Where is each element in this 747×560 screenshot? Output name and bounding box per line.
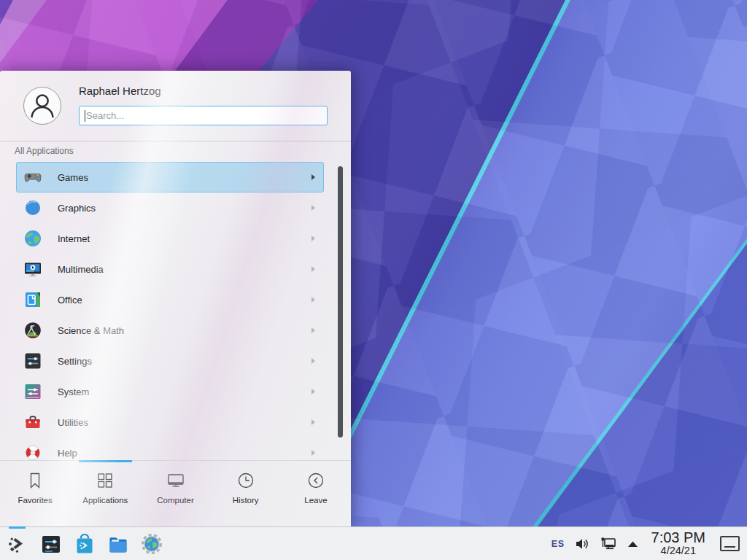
expand-tray-icon[interactable]	[627, 540, 639, 548]
category-row-internet[interactable]: Internet	[16, 223, 324, 254]
tab-history[interactable]: History	[211, 461, 281, 526]
taskbar-launchers	[0, 532, 163, 555]
clock-date: 4/24/21	[651, 545, 705, 557]
history-clock-icon	[236, 470, 256, 491]
lifebuoy-icon	[23, 443, 42, 460]
submenu-arrow-icon	[311, 297, 315, 303]
keyboard-layout-indicator[interactable]: ES	[551, 539, 565, 549]
tab-computer[interactable]: Computer	[140, 461, 210, 526]
digital-clock[interactable]: 7:03 PM 4/24/21	[651, 530, 705, 557]
flask-icon	[23, 321, 42, 340]
category-row-system[interactable]: System	[16, 376, 324, 407]
sliders-icon	[23, 351, 42, 370]
category-row-science-math[interactable]: Science & Math	[16, 315, 324, 346]
web-browser-globe-icon[interactable]	[140, 532, 163, 555]
tab-favorites[interactable]: Favorites	[0, 461, 70, 526]
category-label: Graphics	[58, 203, 311, 214]
leave-icon	[306, 470, 326, 491]
section-label: All Applications	[15, 146, 74, 156]
search-input[interactable]	[80, 106, 327, 125]
clock-time: 7:03 PM	[651, 530, 705, 546]
tab-leave[interactable]: Leave	[281, 461, 351, 526]
category-row-graphics[interactable]: Graphics	[16, 192, 324, 223]
category-label: Science & Math	[58, 325, 311, 336]
system-sliders-icon	[23, 382, 42, 401]
category-label: Internet	[58, 233, 311, 244]
application-launcher-button kickoff-icon[interactable]	[6, 532, 28, 555]
toolbox-icon	[23, 413, 42, 432]
document-icon	[23, 290, 42, 309]
submenu-arrow-icon	[311, 358, 315, 364]
scrollbar-thumb[interactable]	[338, 166, 343, 438]
tab-applications[interactable]: Applications	[70, 461, 140, 526]
submenu-arrow-icon	[311, 236, 315, 241]
monitor-play-icon	[23, 260, 42, 279]
system-settings-icon[interactable]	[39, 532, 62, 555]
category-list: Games Graphics Internet	[0, 162, 351, 460]
globe-icon	[23, 229, 42, 248]
computer-icon	[166, 470, 186, 491]
submenu-arrow-icon	[311, 205, 315, 211]
show-desktop-button[interactable]	[720, 536, 740, 551]
volume-icon[interactable]	[574, 536, 590, 552]
category-label: Settings	[58, 356, 311, 367]
category-label: Help	[58, 448, 311, 459]
user-avatar-icon[interactable]	[23, 87, 61, 125]
software-center-discover-icon[interactable]	[73, 532, 96, 555]
category-label: Utilities	[58, 417, 311, 428]
gamepad-icon	[23, 168, 42, 187]
taskbar-panel: ES 7:03 PM 4/24/21	[0, 526, 747, 560]
bookmark-icon	[25, 470, 45, 491]
user-name: Raphael Hertzog	[79, 85, 161, 97]
blue-sphere-icon	[23, 198, 42, 217]
desktop: Raphael Hertzog All Applications Games G…	[0, 0, 747, 560]
submenu-arrow-icon	[311, 419, 315, 425]
category-label: Games	[58, 172, 311, 183]
submenu-arrow-icon	[311, 174, 315, 180]
category-row-multimedia[interactable]: Multimedia	[16, 254, 324, 284]
submenu-arrow-icon	[311, 327, 315, 333]
category-label: Multimedia	[58, 264, 311, 275]
search-box[interactable]	[79, 106, 328, 125]
application-launcher-popup: Raphael Hertzog All Applications Games G…	[0, 71, 351, 526]
file-manager-folder-icon[interactable]	[107, 532, 129, 555]
app-grid-icon	[95, 470, 115, 491]
category-row-utilities[interactable]: Utilities	[16, 407, 324, 438]
category-row-games[interactable]: Games	[16, 162, 324, 192]
system-tray: ES 7:03 PM 4/24/21	[551, 530, 747, 557]
category-label: Office	[58, 295, 311, 306]
submenu-arrow-icon	[311, 450, 315, 456]
category-row-help[interactable]: Help	[16, 438, 324, 460]
category-row-office[interactable]: Office	[16, 284, 324, 315]
wired-network-icon[interactable]	[600, 535, 617, 553]
header-separator	[0, 141, 351, 141]
launcher-tabbar: Favorites Applications Computer History	[0, 460, 351, 526]
text-caret	[85, 110, 85, 122]
submenu-arrow-icon	[311, 389, 315, 394]
category-row-settings[interactable]: Settings	[16, 346, 324, 376]
launcher-header: Raphael Hertzog	[0, 71, 351, 141]
category-label: System	[58, 386, 311, 397]
submenu-arrow-icon	[311, 266, 315, 272]
list-scrollbar[interactable]	[338, 163, 343, 459]
